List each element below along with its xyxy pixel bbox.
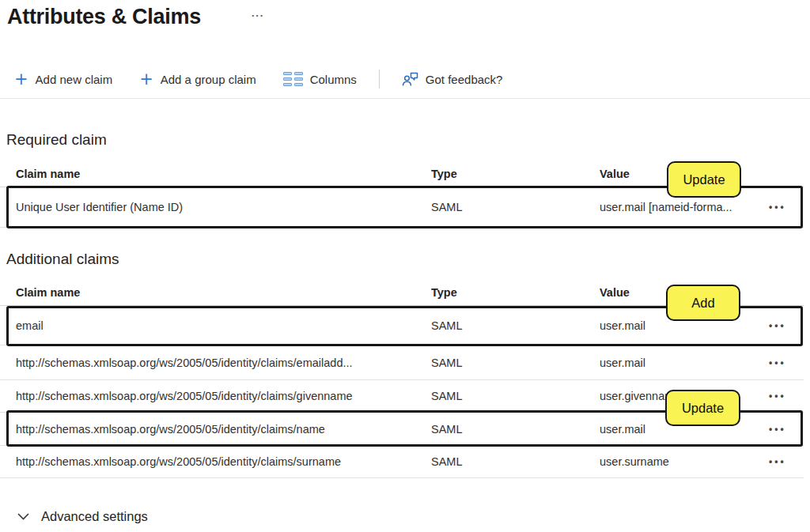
column-header-value: Value — [600, 286, 769, 299]
claim-name-cell: http://schemas.xmlsoap.org/ws/2005/05/id… — [16, 390, 431, 402]
plus-icon: + — [139, 71, 153, 87]
claim-name-cell: Unique User Identifier (Name ID) — [16, 201, 431, 213]
table-row-surname[interactable]: http://schemas.xmlsoap.org/ws/2005/05/id… — [0, 446, 804, 478]
additional-claims-table-header: Claim name Type Value — [0, 280, 804, 306]
column-header-claim-name: Claim name — [16, 286, 431, 299]
attributes-claims-page: Attributes & Claims ··· + Add new claim … — [0, 0, 810, 532]
claim-name-cell: email — [16, 319, 431, 332]
row-more-menu[interactable]: ••• — [769, 457, 786, 466]
got-feedback-label: Got feedback? — [426, 73, 503, 86]
add-new-claim-label: Add new claim — [36, 73, 113, 86]
claim-name-cell: http://schemas.xmlsoap.org/ws/2005/05/id… — [16, 455, 431, 468]
row-more-menu[interactable]: ••• — [769, 202, 786, 212]
toolbar: + Add new claim + Add a group claim Colu… — [14, 68, 502, 90]
title-more-menu[interactable]: ··· — [252, 9, 264, 21]
row-more-menu[interactable]: ••• — [769, 321, 786, 330]
claim-type-cell: SAML — [431, 201, 600, 213]
toolbar-divider — [379, 70, 380, 89]
chevron-down-icon — [17, 513, 29, 520]
row-more-menu[interactable]: ••• — [769, 358, 786, 368]
claim-value-cell: user.surname — [600, 455, 769, 468]
advanced-settings-toggle[interactable]: Advanced settings — [17, 509, 148, 524]
claim-type-cell: SAML — [431, 390, 600, 402]
feedback-icon — [402, 72, 418, 87]
claim-value-cell: user.mail [nameid-forma... — [600, 201, 769, 213]
claim-type-cell: SAML — [431, 357, 600, 369]
additional-claims-section-title: Additional claims — [6, 251, 119, 268]
table-row-unique-user-identifier[interactable]: Unique User Identifier (Name ID) SAML us… — [0, 187, 804, 228]
toolbar-rule — [0, 98, 810, 99]
claim-name-cell: http://schemas.xmlsoap.org/ws/2005/05/id… — [16, 423, 431, 436]
column-header-value: Value — [600, 168, 769, 180]
table-row-emailaddress[interactable]: http://schemas.xmlsoap.org/ws/2005/05/id… — [0, 345, 804, 380]
add-group-claim-label: Add a group claim — [161, 73, 256, 86]
table-row-email[interactable]: email SAML user.mail ••• — [0, 307, 804, 345]
claim-type-cell: SAML — [431, 455, 600, 468]
column-header-claim-name: Claim name — [16, 168, 431, 180]
table-row-givenname[interactable]: http://schemas.xmlsoap.org/ws/2005/05/id… — [0, 380, 804, 413]
plus-icon: + — [14, 71, 28, 87]
column-header-type: Type — [431, 168, 600, 180]
columns-button[interactable]: Columns — [283, 72, 357, 86]
columns-label: Columns — [310, 73, 357, 86]
claim-type-cell: SAML — [431, 423, 600, 436]
required-claim-section-title: Required claim — [6, 131, 107, 149]
columns-icon — [283, 72, 303, 86]
column-header-type: Type — [431, 286, 600, 299]
claim-value-cell: user.givenname — [600, 390, 769, 402]
add-new-claim-button[interactable]: + Add new claim — [14, 71, 112, 87]
got-feedback-button[interactable]: Got feedback? — [402, 72, 503, 87]
claim-value-cell: user.mail — [600, 319, 769, 332]
page-title: Attributes & Claims — [7, 5, 201, 29]
claim-value-cell: user.mail — [600, 423, 769, 436]
claim-value-cell: user.mail — [600, 357, 769, 369]
claim-type-cell: SAML — [431, 319, 600, 332]
add-group-claim-button[interactable]: + Add a group claim — [139, 71, 256, 87]
advanced-settings-label: Advanced settings — [41, 509, 148, 524]
row-more-menu[interactable]: ••• — [769, 424, 786, 434]
table-row-name[interactable]: http://schemas.xmlsoap.org/ws/2005/05/id… — [0, 413, 804, 446]
claim-name-cell: http://schemas.xmlsoap.org/ws/2005/05/id… — [16, 357, 431, 369]
required-claim-table-header: Claim name Type Value — [0, 161, 804, 187]
row-more-menu[interactable]: ••• — [769, 391, 786, 401]
